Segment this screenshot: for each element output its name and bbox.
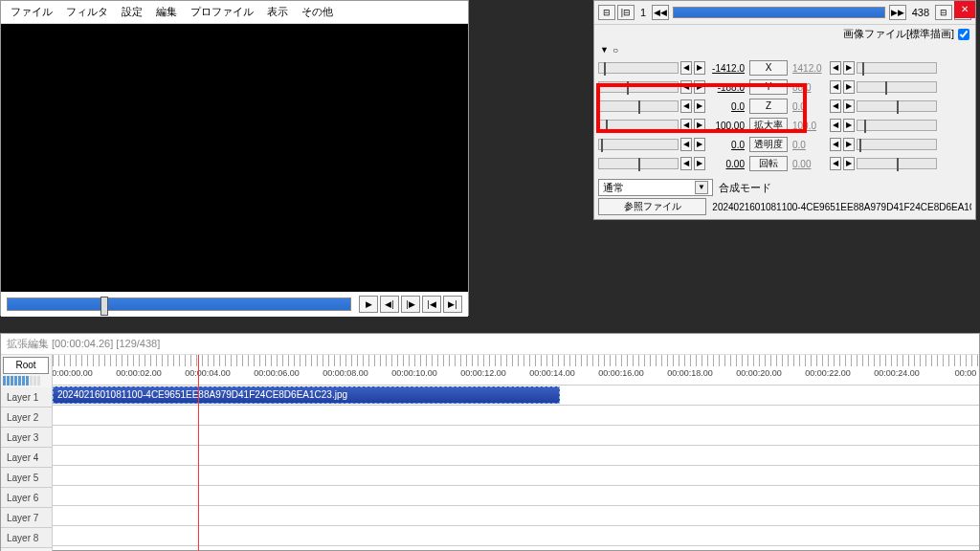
timeline-left-panel: Root Layer 1 Layer 2 Layer 3 Layer 4 Lay… [1,355,53,551]
param-slider-right[interactable] [857,62,937,74]
menu-view[interactable]: 表示 [261,3,294,21]
param-value-r[interactable]: 0.0 [790,140,828,150]
file-browse-button[interactable]: 参照ファイル [598,198,706,215]
root-button[interactable]: Root [3,357,49,374]
param-slider-left[interactable] [598,100,679,112]
player-window: ファイル フィルタ 設定 編集 プロファイル 表示 その他 ▶ ◀| |▶ |◀… [0,0,469,316]
blend-mode-select[interactable]: 通常 ▼ [598,179,713,196]
menu-other[interactable]: その他 [296,3,339,21]
inc-icon[interactable]: ▶ [843,119,855,132]
layer-label[interactable]: Layer 2 [1,408,52,428]
layer-label[interactable]: Layer 3 [1,428,52,448]
param-value[interactable]: -1412.0 [707,63,747,74]
menu-file[interactable]: ファイル [5,3,58,21]
play-icon[interactable]: ▶ [359,296,378,313]
dec-icon[interactable]: ◀ [680,157,692,170]
inc-icon[interactable]: ▶ [843,61,855,75]
step-back-icon[interactable]: ◀| [380,296,399,313]
menu-settings[interactable]: 設定 [116,3,148,21]
param-row-z: ◀▶ 0.0 Z 0.0 ◀▶ [598,97,971,116]
dec-icon[interactable]: ◀ [830,119,841,132]
param-label[interactable]: Z [749,99,788,114]
param-value-r[interactable]: 0.0 [790,101,828,112]
param-label[interactable]: 透明度 [749,137,788,152]
param-value[interactable]: 0.0 [707,140,747,150]
dec-icon[interactable]: ◀ [830,61,841,75]
param-slider-left[interactable] [598,139,679,150]
layer-label[interactable]: Layer 8 [1,528,52,548]
file-name: 20240216010811​00-4CE9651EE88A979D41F24C… [712,202,971,212]
inc-icon[interactable]: ▶ [843,138,855,151]
skip-start-icon[interactable]: |◀ [422,296,441,313]
step-fwd-icon[interactable]: |▶ [401,296,420,313]
dec-icon[interactable]: ◀ [680,119,692,132]
playhead[interactable] [198,355,199,551]
inc-icon[interactable]: ▶ [694,138,705,151]
ruler[interactable]: 00:00:00.0000:00:02.0000:00:04.0000:00:0… [53,355,979,386]
param-value[interactable]: -188.0 [707,82,747,93]
zoom-strip[interactable] [3,376,50,386]
param-slider-right[interactable] [857,139,937,150]
inc-icon[interactable]: ▶ [694,80,705,94]
inc-icon[interactable]: ▶ [694,61,705,75]
param-label[interactable]: 回転 [749,156,788,171]
inc-icon[interactable]: ▶ [694,119,705,132]
param-slider-right[interactable] [857,158,937,169]
frame-forward-icon[interactable]: ▶▶ [889,5,906,20]
param-value[interactable]: 0.00 [707,159,747,169]
frame-set-end-icon[interactable]: ⊟ [935,5,952,20]
clip[interactable]: 20240216010811​00-4CE9651EE88A979D41F24C… [53,386,560,404]
param-value-r[interactable]: 88.0 [790,82,828,93]
param-slider-left[interactable] [598,81,679,93]
param-label[interactable]: X [749,60,788,76]
param-row-rotation: ◀▶ 0.00 回転 0.00 ◀▶ [598,154,971,173]
inc-icon[interactable]: ▶ [843,99,855,113]
inc-icon[interactable]: ▶ [843,80,855,94]
layer-label[interactable]: Layer 6 [1,488,52,508]
frame-rewind-icon[interactable]: ◀◀ [652,5,669,20]
inc-icon[interactable]: ▶ [843,157,855,170]
dec-icon[interactable]: ◀ [830,80,841,94]
expand-bar[interactable]: ▼○ [594,43,975,56]
standard-draw-checkbox[interactable] [958,29,969,40]
layer-label[interactable]: Layer 1 [1,387,52,408]
param-value[interactable]: 100.00 [707,121,747,131]
param-value-r[interactable]: 0.00 [790,159,828,169]
param-slider-left[interactable] [598,158,679,169]
dec-icon[interactable]: ◀ [680,138,692,151]
dec-icon[interactable]: ◀ [830,157,841,170]
layer-label[interactable]: Layer 5 [1,468,52,488]
param-slider-left[interactable] [598,62,679,74]
param-row-scale: ◀▶ 100.00 拡大率 100.0 ◀▶ [598,116,971,135]
ruler-tick-label: 00:00:20.00 [736,368,782,378]
frame-slider[interactable] [673,7,885,18]
menu-edit[interactable]: 編集 [150,3,183,21]
dec-icon[interactable]: ◀ [680,99,692,113]
skip-end-icon[interactable]: ▶| [443,296,462,313]
menu-filter[interactable]: フィルタ [60,3,114,21]
dec-icon[interactable]: ◀ [830,138,841,151]
dec-icon[interactable]: ◀ [680,80,692,94]
layer-label[interactable]: Layer 4 [1,448,52,468]
inc-icon[interactable]: ▶ [694,99,705,113]
frame-set-start-icon[interactable]: ⊟ [598,5,615,20]
param-label[interactable]: 拡大率 [749,118,788,133]
properties-window: ✕ ⊟ |⊟ 1 ◀◀ ▶▶ 438 ⊟ + 画像ファイル[標準描画] ▼○ ◀… [593,0,976,220]
inc-icon[interactable]: ▶ [694,157,705,170]
param-slider-right[interactable] [857,81,937,93]
param-slider-right[interactable] [857,120,937,131]
dec-icon[interactable]: ◀ [680,61,692,75]
close-icon[interactable]: ✕ [954,1,975,18]
timeline-tracks[interactable]: 00:00:00.0000:00:02.0000:00:04.0000:00:0… [53,355,979,551]
param-slider-left[interactable] [598,120,679,131]
seek-slider[interactable] [7,298,351,311]
param-value[interactable]: 0.0 [707,101,747,112]
menu-profile[interactable]: プロファイル [185,3,259,21]
param-value-r[interactable]: 1412.0 [790,63,828,74]
frame-prev-cut-icon[interactable]: |⊟ [617,5,635,20]
param-slider-right[interactable] [857,100,937,112]
layer-label[interactable]: Layer 7 [1,508,52,528]
dec-icon[interactable]: ◀ [830,99,841,113]
param-value-r[interactable]: 100.0 [790,121,828,131]
param-label[interactable]: Y [749,79,788,95]
